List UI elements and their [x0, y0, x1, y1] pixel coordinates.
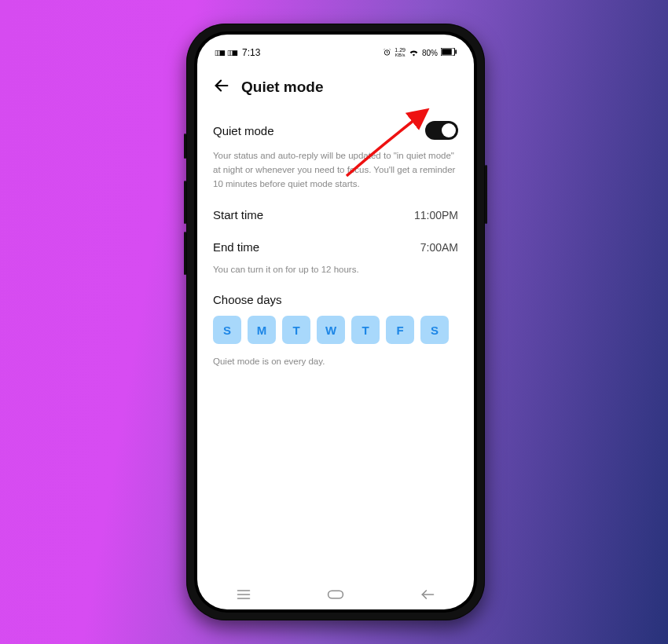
- day-wed[interactable]: W: [317, 316, 345, 344]
- nav-recent-button[interactable]: [228, 589, 259, 600]
- day-sat[interactable]: S: [420, 316, 449, 344]
- quiet-mode-toggle[interactable]: [425, 121, 458, 140]
- nav-home-button[interactable]: [320, 589, 351, 600]
- signal-icon: ▯▯▮▮: [215, 49, 224, 57]
- day-tue[interactable]: T: [282, 316, 310, 344]
- end-time-label: End time: [213, 240, 259, 254]
- screen: ▯▯▮▮ ▯▯▮▮ 7:13 1.29 KB/s: [197, 35, 474, 609]
- phone-frame: ▯▯▮▮ ▯▯▮▮ 7:13 1.29 KB/s: [186, 24, 485, 620]
- status-bar-left: ▯▯▮▮ ▯▯▮▮ 7:13: [215, 47, 260, 58]
- header: Quiet mode: [197, 66, 474, 108]
- quiet-mode-description: Your status and auto-reply will be updat…: [213, 149, 458, 199]
- phone-bezel: ▯▯▮▮ ▯▯▮▮ 7:13 1.29 KB/s: [194, 31, 477, 613]
- svg-rect-8: [328, 591, 343, 598]
- phone-side-button: [184, 134, 186, 159]
- start-time-label: Start time: [213, 208, 263, 221]
- status-time: 7:13: [242, 47, 260, 58]
- page-title: Quiet mode: [241, 79, 324, 96]
- start-time-row[interactable]: Start time 11:00PM: [213, 199, 458, 231]
- duration-note: You can turn it on for up to 12 hours.: [213, 263, 458, 285]
- end-time-value: 7:00AM: [420, 241, 458, 254]
- signal-icon: ▯▯▮▮: [227, 49, 237, 57]
- day-picker: S M T W T F S: [213, 316, 458, 344]
- phone-side-button: [485, 165, 487, 224]
- day-mon[interactable]: M: [248, 316, 276, 344]
- system-nav-bar: [197, 580, 474, 609]
- status-bar: ▯▯▮▮ ▯▯▮▮ 7:13 1.29 KB/s: [197, 35, 474, 66]
- content: Quiet mode Your status and auto-reply wi…: [197, 108, 474, 380]
- battery-icon: [441, 48, 457, 57]
- net-rate: 1.29 KB/s: [395, 48, 406, 57]
- alarm-icon: [383, 48, 391, 58]
- battery-percent: 80%: [422, 49, 438, 57]
- day-thu[interactable]: T: [351, 316, 380, 344]
- choose-days-label: Choose days: [213, 293, 458, 306]
- status-bar-right: 1.29 KB/s 80%: [383, 48, 457, 58]
- day-fri[interactable]: F: [386, 316, 414, 344]
- wifi-icon: [409, 48, 419, 58]
- quiet-mode-row: Quiet mode: [213, 112, 458, 149]
- nav-back-button[interactable]: [412, 589, 443, 600]
- svg-rect-3: [455, 50, 457, 54]
- back-arrow-icon[interactable]: [213, 77, 230, 97]
- phone-side-button: [184, 232, 186, 275]
- day-sun[interactable]: S: [213, 316, 241, 344]
- choose-days-note: Quiet mode is on every day.: [213, 355, 458, 377]
- start-time-value: 11:00PM: [414, 209, 458, 221]
- svg-rect-2: [442, 49, 452, 55]
- quiet-mode-label: Quiet mode: [213, 124, 274, 137]
- toggle-knob: [442, 123, 456, 137]
- end-time-row[interactable]: End time 7:00AM: [213, 231, 458, 263]
- phone-side-button: [184, 181, 186, 224]
